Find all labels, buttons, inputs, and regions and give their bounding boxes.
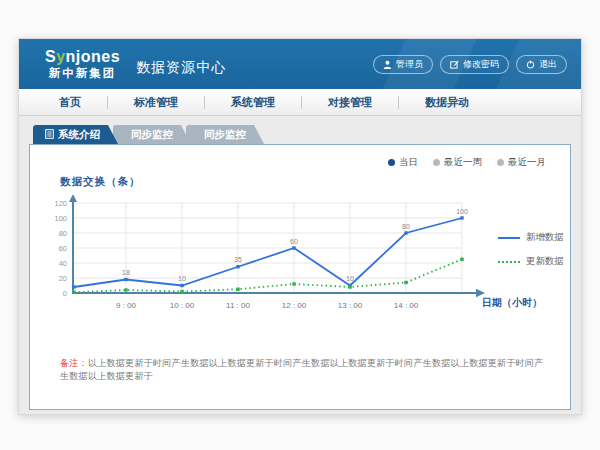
svg-text:80: 80	[59, 229, 67, 238]
svg-text:18: 18	[122, 269, 130, 276]
nav-item-data-change[interactable]: 数据异动	[399, 96, 495, 109]
legend-label: 新增数据	[526, 231, 564, 244]
app-window: Synjones 新中新集团 数据资源中心 管理员 修改密码 退出	[18, 38, 582, 415]
legend-item-updated-data: 更新数据	[498, 255, 564, 268]
change-password-label: 修改密码	[463, 58, 499, 71]
radio-dot	[497, 159, 504, 166]
main-nav: 首页 标准管理 系统管理 对接管理 数据异动	[19, 89, 581, 116]
user-label: 管理员	[396, 58, 423, 71]
logo-subtitle: 新中新集团	[45, 67, 120, 79]
edit-icon	[450, 60, 459, 69]
svg-text:120: 120	[54, 199, 67, 208]
radio-last-month[interactable]: 最近一月	[497, 156, 546, 169]
nav-item-home[interactable]: 首页	[33, 96, 108, 109]
svg-text:35: 35	[234, 256, 242, 263]
svg-text:0: 0	[63, 289, 67, 298]
legend-line-dotted	[498, 261, 520, 263]
svg-text:10 : 00: 10 : 00	[170, 301, 195, 310]
tab-sync-monitor-2[interactable]: 同步监控	[186, 125, 264, 144]
document-icon	[45, 129, 54, 141]
radio-dot	[433, 159, 440, 166]
svg-text:60: 60	[290, 238, 298, 245]
note-prefix: 备注：	[60, 358, 88, 368]
svg-text:80: 80	[402, 223, 410, 230]
nav-item-system-management[interactable]: 系统管理	[205, 96, 302, 109]
tab-system-intro[interactable]: 系统介绍	[33, 125, 118, 144]
chart-panel: 当日 最近一周 最近一月 数据交换（条） 0204060801001209 : …	[29, 144, 571, 410]
tab-label: 系统介绍	[58, 128, 100, 142]
header: Synjones 新中新集团 数据资源中心 管理员 修改密码 退出	[19, 39, 581, 89]
svg-text:100: 100	[54, 214, 67, 223]
svg-text:11 : 00: 11 : 00	[226, 301, 250, 310]
x-axis-title: 日期（小时）	[482, 296, 542, 310]
radio-dot-selected	[388, 159, 395, 166]
logo-wordmark: Synjones	[45, 49, 120, 66]
tab-label: 同步监控	[204, 128, 246, 142]
svg-text:10: 10	[346, 275, 354, 282]
svg-text:9 : 00: 9 : 00	[116, 301, 137, 310]
y-axis-title: 数据交换（条）	[60, 175, 141, 189]
logout-label: 退出	[539, 58, 557, 71]
power-icon	[526, 60, 535, 69]
radio-last-week[interactable]: 最近一周	[433, 156, 482, 169]
radio-label: 最近一月	[508, 156, 546, 169]
footer-note: 备注：以上数据更新于时间产生数据以上数据更新于时间产生数据以上数据更新于时间产生…	[60, 357, 552, 383]
content-area: 系统介绍 同步监控 同步监控 当日 最近一周	[19, 116, 581, 410]
legend-item-new-data: 新增数据	[498, 231, 564, 244]
radio-label: 最近一周	[444, 156, 482, 169]
svg-text:100: 100	[456, 208, 468, 215]
logout-button[interactable]: 退出	[516, 55, 567, 74]
logo-synjones: Synjones 新中新集团	[45, 49, 120, 79]
tab-bar: 系统介绍 同步监控 同步监控	[33, 125, 571, 144]
nav-item-interface-management[interactable]: 对接管理	[302, 96, 399, 109]
legend-line-solid	[498, 237, 520, 239]
svg-text:13 : 00: 13 : 00	[338, 301, 363, 310]
radio-label: 当日	[399, 156, 418, 169]
svg-text:60: 60	[59, 244, 67, 253]
page-title: 数据资源中心	[136, 59, 226, 77]
logo-accent: y	[56, 48, 65, 65]
change-password-button[interactable]: 修改密码	[440, 55, 509, 74]
svg-text:14 : 00: 14 : 00	[394, 301, 419, 310]
date-range-radios: 当日 最近一周 最近一月	[388, 156, 546, 169]
svg-text:20: 20	[59, 274, 67, 283]
line-chart: 0204060801001209 : 0010 : 0011 : 0012 : …	[46, 195, 491, 325]
note-text: 以上数据更新于时间产生数据以上数据更新于时间产生数据以上数据更新于时间产生数据以…	[60, 358, 544, 381]
radio-today[interactable]: 当日	[388, 156, 418, 169]
svg-text:40: 40	[59, 259, 67, 268]
nav-item-standard-management[interactable]: 标准管理	[108, 96, 205, 109]
svg-text:10: 10	[178, 275, 186, 282]
svg-text:12 : 00: 12 : 00	[282, 301, 307, 310]
header-actions: 管理员 修改密码 退出	[373, 55, 567, 74]
chart-legend: 新增数据 更新数据	[498, 231, 564, 268]
logo-part2: njones	[66, 48, 121, 65]
user-button[interactable]: 管理员	[373, 55, 433, 74]
tab-sync-monitor-1[interactable]: 同步监控	[113, 125, 191, 144]
legend-label: 更新数据	[526, 255, 564, 268]
tab-label: 同步监控	[131, 128, 173, 142]
logo-part1: S	[45, 48, 56, 65]
user-icon	[383, 60, 392, 69]
